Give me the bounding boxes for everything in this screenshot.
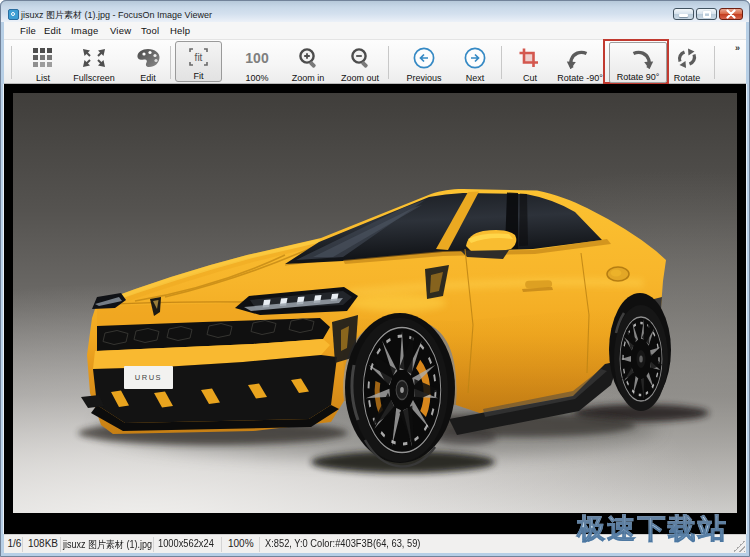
svg-text:URUS: URUS [135,373,162,382]
svg-text:fit: fit [195,52,203,63]
svg-text:100: 100 [245,50,269,66]
